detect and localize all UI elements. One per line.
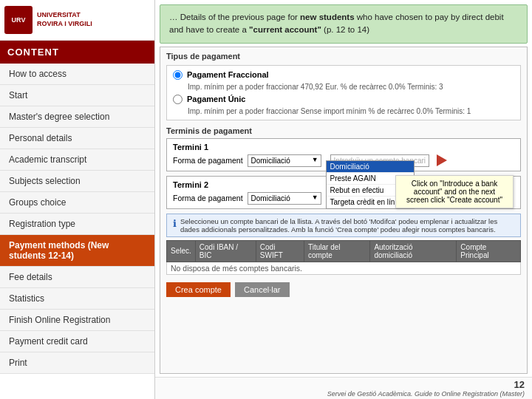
sidebar-nav: How to accessStartMaster's degree select… xyxy=(0,64,154,399)
fraccional-detail: Imp. mínim per a poder fraccionar 470,92… xyxy=(188,83,514,91)
crea-compte-button[interactable]: Crea compte xyxy=(166,282,231,297)
forma-pagament-label1: Forma de pagament xyxy=(173,156,243,165)
fraccional-radio[interactable] xyxy=(173,70,183,80)
cancellar-button[interactable]: Cancel·lar xyxy=(235,282,290,297)
banner-text-end: (p. 12 to 14) xyxy=(321,25,369,34)
arrow-right-icon xyxy=(437,154,447,166)
unic-radio[interactable] xyxy=(173,95,183,104)
page-number: 12 xyxy=(327,379,525,390)
terminis-title: Terminis de pagament xyxy=(166,126,521,135)
info-text: Seleccioneu un compte bancari de la llis… xyxy=(180,217,514,233)
sidebar-item-masters-degree[interactable]: Master's degree selection xyxy=(0,106,154,128)
sidebar-item-payment-credit[interactable]: Payment credit card xyxy=(0,331,154,352)
col-autoritzacio: Autorització domiciliació xyxy=(370,240,457,262)
logo-area: URV UNIVERSITAT ROVIRA I VIRGILI xyxy=(0,0,154,41)
banner-text-before: … Details of the previous page for xyxy=(169,13,300,21)
bank-table: Selec. Codi IBAN / BIC Codi SWIFT Titula… xyxy=(166,240,521,275)
sidebar: URV UNIVERSITAT ROVIRA I VIRGILI CONTENT… xyxy=(0,0,155,399)
tipus-pagament-title: Tipus de pagament xyxy=(166,52,521,61)
unic-label: Pagament Únic xyxy=(187,95,245,103)
sidebar-item-statistics[interactable]: Statistics xyxy=(0,288,154,310)
termini1-label: Termini 1 xyxy=(173,143,514,151)
dropdown-arrow2: ▼ xyxy=(312,194,318,201)
button-row: Crea compte Cancel·lar xyxy=(166,278,521,297)
sidebar-item-payment-methods[interactable]: Payment methods (New students 12-14) xyxy=(0,235,154,267)
university-logo: URV xyxy=(4,6,33,34)
university-name: UNIVERSITAT ROVIRA I VIRGILI xyxy=(37,11,92,28)
payment-section: Tipus de pagament Pagament Fraccional Im… xyxy=(160,47,527,301)
sidebar-item-personal-details[interactable]: Personal details xyxy=(0,128,154,149)
col-selec: Selec. xyxy=(167,240,196,262)
sidebar-item-academic-transcript[interactable]: Academic transcript xyxy=(0,149,154,171)
sidebar-item-registration-type[interactable]: Registration type xyxy=(0,214,154,235)
col-swift: Codi SWIFT xyxy=(256,240,304,262)
footer-area: 12 Servei de Gestió Acadèmica. Guide to … xyxy=(155,377,532,399)
sidebar-item-fee-details[interactable]: Fee details xyxy=(0,267,154,288)
termini1-box: Termini 1 Forma de pagament Domiciliació… xyxy=(166,138,521,171)
sidebar-item-subjects-selection[interactable]: Subjects selection xyxy=(0,171,154,192)
forma-dropdown1[interactable]: Domiciliació ▼ xyxy=(248,154,321,167)
main-content: … Details of the previous page for new s… xyxy=(155,0,532,399)
sidebar-item-groups-choice[interactable]: Groups choice xyxy=(0,192,154,214)
col-titular: Titular del compte xyxy=(304,240,369,262)
termini1-container: Termini 1 Forma de pagament Domiciliació… xyxy=(166,138,521,171)
info-banner: … Details of the previous page for new s… xyxy=(160,4,528,44)
unic-detail: Imp. mínim per a poder fraccionar Sense … xyxy=(188,107,514,115)
payment-unic-option: Pagament Únic xyxy=(173,95,514,104)
banner-bold1: new students xyxy=(300,13,354,21)
termini1-row: Forma de pagament Domiciliació ▼ Domicil… xyxy=(173,154,514,167)
sidebar-item-start[interactable]: Start xyxy=(0,85,154,106)
sidebar-item-finish-online[interactable]: Finish Online Registration xyxy=(0,310,154,331)
opt-domiciliacio[interactable]: Domiciliació xyxy=(327,161,414,173)
col-principal: Compte Principal xyxy=(457,240,521,262)
click-tooltip: Click on "Introduce a bank account" and … xyxy=(395,175,514,208)
info-icon: ℹ xyxy=(173,218,177,229)
sidebar-header: CONTENT xyxy=(0,41,154,64)
forma-pagament-label2: Forma de pagament xyxy=(173,194,243,202)
no-accounts-text: No disposa de més comptes bancaris. xyxy=(167,262,521,274)
dropdown-arrow1: ▼ xyxy=(312,156,318,163)
fraccional-label: Pagament Fraccional xyxy=(187,70,269,79)
banner-bold2: "current account" xyxy=(249,25,321,34)
sidebar-item-how-to-access[interactable]: How to access xyxy=(0,64,154,85)
info-box: ℹ Seleccioneu un compte bancari de la ll… xyxy=(166,214,521,237)
col-iban: Codi IBAN / BIC xyxy=(195,240,256,262)
logo-abbr: URV xyxy=(12,16,26,24)
terminis-section: Terminis de pagament Termini 1 Forma de … xyxy=(166,126,521,297)
footer-caption: Servei de Gestió Acadèmica. Guide to Onl… xyxy=(327,390,525,398)
payment-fraccional-option: Pagament Fraccional xyxy=(173,70,514,80)
forma-dropdown2[interactable]: Domiciliació ▼ xyxy=(248,192,321,205)
footer-right: 12 Servei de Gestió Acadèmica. Guide to … xyxy=(327,379,525,398)
sidebar-item-print[interactable]: Print xyxy=(0,352,154,374)
payment-options-box: Pagament Fraccional Imp. mínim per a pod… xyxy=(166,65,521,120)
content-area: Tipus de pagament Pagament Fraccional Im… xyxy=(160,47,528,375)
no-accounts-row: No disposa de més comptes bancaris. xyxy=(167,262,521,274)
